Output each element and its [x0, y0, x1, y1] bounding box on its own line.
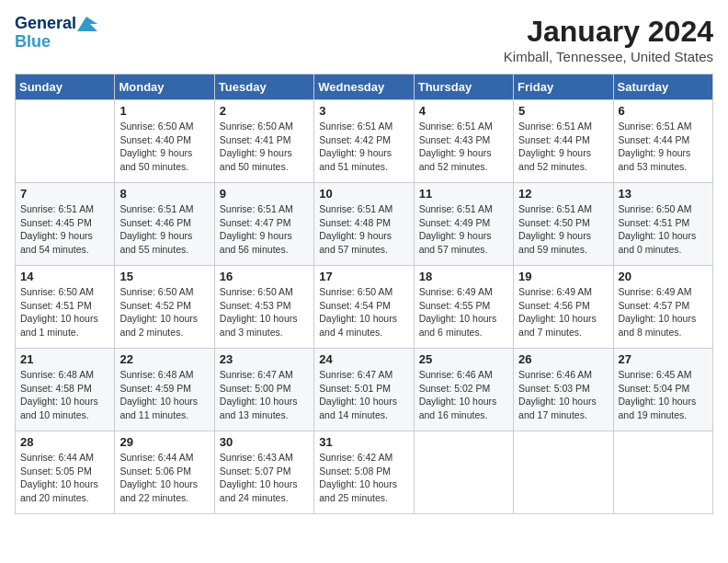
calendar-cell: 26Sunrise: 6:46 AM Sunset: 5:03 PM Dayli… [514, 349, 613, 431]
day-info: Sunrise: 6:51 AM Sunset: 4:44 PM Dayligh… [619, 120, 708, 174]
day-number: 28 [20, 435, 109, 449]
calendar-cell: 12Sunrise: 6:51 AM Sunset: 4:50 PM Dayli… [514, 183, 613, 266]
calendar-cell: 22Sunrise: 6:48 AM Sunset: 4:59 PM Dayli… [115, 349, 214, 431]
calendar-cell: 23Sunrise: 6:47 AM Sunset: 5:00 PM Dayli… [214, 349, 313, 431]
day-info: Sunrise: 6:50 AM Sunset: 4:53 PM Dayligh… [220, 285, 309, 339]
day-number: 13 [619, 187, 708, 201]
day-info: Sunrise: 6:50 AM Sunset: 4:54 PM Dayligh… [319, 285, 408, 339]
day-number: 25 [419, 352, 508, 366]
day-info: Sunrise: 6:51 AM Sunset: 4:44 PM Dayligh… [518, 120, 608, 174]
col-header-friday: Friday [514, 75, 613, 100]
calendar-cell: 2Sunrise: 6:50 AM Sunset: 4:41 PM Daylig… [214, 100, 313, 183]
day-number: 7 [20, 187, 109, 201]
day-number: 1 [119, 104, 209, 118]
col-header-wednesday: Wednesday [314, 75, 414, 100]
calendar-cell: 21Sunrise: 6:48 AM Sunset: 4:58 PM Dayli… [16, 349, 115, 431]
title-area: January 2024 Kimball, Tennessee, United … [504, 15, 713, 64]
logo-text: General [15, 15, 97, 33]
day-number: 3 [319, 104, 408, 118]
day-number: 11 [419, 187, 508, 201]
day-info: Sunrise: 6:44 AM Sunset: 5:06 PM Dayligh… [119, 451, 209, 505]
day-number: 4 [419, 104, 508, 118]
calendar-title: January 2024 [504, 15, 713, 49]
calendar-cell: 13Sunrise: 6:50 AM Sunset: 4:51 PM Dayli… [613, 183, 712, 266]
calendar-cell: 27Sunrise: 6:45 AM Sunset: 5:04 PM Dayli… [613, 349, 712, 431]
day-number: 22 [119, 352, 209, 366]
calendar-cell: 15Sunrise: 6:50 AM Sunset: 4:52 PM Dayli… [115, 266, 214, 349]
day-number: 24 [319, 352, 408, 366]
day-number: 26 [518, 352, 608, 366]
day-info: Sunrise: 6:50 AM Sunset: 4:51 PM Dayligh… [20, 285, 109, 339]
day-info: Sunrise: 6:49 AM Sunset: 4:55 PM Dayligh… [419, 285, 508, 339]
day-info: Sunrise: 6:51 AM Sunset: 4:48 PM Dayligh… [319, 202, 408, 257]
day-info: Sunrise: 6:51 AM Sunset: 4:43 PM Dayligh… [419, 120, 508, 174]
day-number: 17 [319, 270, 408, 283]
day-info: Sunrise: 6:51 AM Sunset: 4:47 PM Dayligh… [220, 202, 309, 257]
logo: General Blue [15, 15, 97, 52]
day-number: 30 [220, 435, 309, 449]
day-info: Sunrise: 6:51 AM Sunset: 4:49 PM Dayligh… [419, 202, 508, 257]
day-number: 20 [619, 270, 708, 283]
calendar-cell: 6Sunrise: 6:51 AM Sunset: 4:44 PM Daylig… [613, 100, 712, 183]
calendar-cell: 19Sunrise: 6:49 AM Sunset: 4:56 PM Dayli… [514, 266, 613, 349]
day-info: Sunrise: 6:51 AM Sunset: 4:50 PM Dayligh… [518, 202, 608, 257]
calendar-cell: 16Sunrise: 6:50 AM Sunset: 4:53 PM Dayli… [214, 266, 313, 349]
day-info: Sunrise: 6:49 AM Sunset: 4:56 PM Dayligh… [518, 285, 608, 339]
day-info: Sunrise: 6:49 AM Sunset: 4:57 PM Dayligh… [619, 285, 708, 339]
calendar-week-5: 28Sunrise: 6:44 AM Sunset: 5:05 PM Dayli… [16, 431, 713, 514]
day-info: Sunrise: 6:45 AM Sunset: 5:04 PM Dayligh… [619, 368, 708, 422]
day-number: 31 [319, 435, 408, 449]
calendar-cell: 17Sunrise: 6:50 AM Sunset: 4:54 PM Dayli… [314, 266, 414, 349]
calendar-cell: 5Sunrise: 6:51 AM Sunset: 4:44 PM Daylig… [514, 100, 613, 183]
svg-marker-0 [77, 17, 97, 31]
day-info: Sunrise: 6:44 AM Sunset: 5:05 PM Dayligh… [20, 451, 109, 505]
calendar-cell: 9Sunrise: 6:51 AM Sunset: 4:47 PM Daylig… [214, 183, 313, 266]
calendar-cell [613, 431, 712, 514]
calendar-cell: 3Sunrise: 6:51 AM Sunset: 4:42 PM Daylig… [314, 100, 414, 183]
col-header-monday: Monday [115, 75, 214, 100]
day-info: Sunrise: 6:42 AM Sunset: 5:08 PM Dayligh… [319, 451, 408, 505]
day-info: Sunrise: 6:43 AM Sunset: 5:07 PM Dayligh… [220, 451, 309, 505]
day-number: 12 [518, 187, 608, 201]
calendar-cell: 30Sunrise: 6:43 AM Sunset: 5:07 PM Dayli… [214, 431, 313, 514]
logo-general: General [15, 14, 76, 32]
calendar-week-4: 21Sunrise: 6:48 AM Sunset: 4:58 PM Dayli… [16, 349, 713, 431]
calendar-cell: 11Sunrise: 6:51 AM Sunset: 4:49 PM Dayli… [414, 183, 513, 266]
day-info: Sunrise: 6:48 AM Sunset: 4:58 PM Dayligh… [20, 368, 109, 422]
calendar-cell: 8Sunrise: 6:51 AM Sunset: 4:46 PM Daylig… [115, 183, 214, 266]
day-number: 21 [20, 352, 109, 366]
calendar-cell [414, 431, 513, 514]
day-info: Sunrise: 6:50 AM Sunset: 4:52 PM Dayligh… [119, 285, 209, 339]
calendar-cell: 1Sunrise: 6:50 AM Sunset: 4:40 PM Daylig… [115, 100, 214, 183]
day-info: Sunrise: 6:46 AM Sunset: 5:03 PM Dayligh… [518, 368, 608, 422]
calendar-week-2: 7Sunrise: 6:51 AM Sunset: 4:45 PM Daylig… [16, 183, 713, 266]
day-info: Sunrise: 6:51 AM Sunset: 4:42 PM Dayligh… [319, 120, 408, 174]
col-header-thursday: Thursday [414, 75, 513, 100]
day-number: 29 [119, 435, 209, 449]
day-number: 14 [20, 270, 109, 283]
calendar-cell: 14Sunrise: 6:50 AM Sunset: 4:51 PM Dayli… [16, 266, 115, 349]
calendar-week-1: 1Sunrise: 6:50 AM Sunset: 4:40 PM Daylig… [16, 100, 713, 183]
calendar-cell: 24Sunrise: 6:47 AM Sunset: 5:01 PM Dayli… [314, 349, 414, 431]
day-number: 10 [319, 187, 408, 201]
col-header-tuesday: Tuesday [214, 75, 313, 100]
calendar-cell: 10Sunrise: 6:51 AM Sunset: 4:48 PM Dayli… [314, 183, 414, 266]
calendar-subtitle: Kimball, Tennessee, United States [504, 49, 713, 64]
day-number: 6 [619, 104, 708, 118]
day-number: 23 [220, 352, 309, 366]
day-info: Sunrise: 6:50 AM Sunset: 4:51 PM Dayligh… [619, 202, 708, 257]
logo-bird-icon [77, 17, 97, 31]
day-info: Sunrise: 6:51 AM Sunset: 4:45 PM Dayligh… [20, 202, 109, 257]
calendar-week-3: 14Sunrise: 6:50 AM Sunset: 4:51 PM Dayli… [16, 266, 713, 349]
calendar-cell: 4Sunrise: 6:51 AM Sunset: 4:43 PM Daylig… [414, 100, 513, 183]
logo-blue-text: Blue [15, 33, 51, 52]
day-number: 18 [419, 270, 508, 283]
day-number: 19 [518, 270, 608, 283]
calendar-table: SundayMondayTuesdayWednesdayThursdayFrid… [15, 74, 713, 514]
day-number: 9 [220, 187, 309, 201]
calendar-cell [16, 100, 115, 183]
day-number: 27 [619, 352, 708, 366]
day-number: 16 [220, 270, 309, 283]
header-row: SundayMondayTuesdayWednesdayThursdayFrid… [16, 75, 713, 100]
day-info: Sunrise: 6:50 AM Sunset: 4:41 PM Dayligh… [220, 120, 309, 174]
